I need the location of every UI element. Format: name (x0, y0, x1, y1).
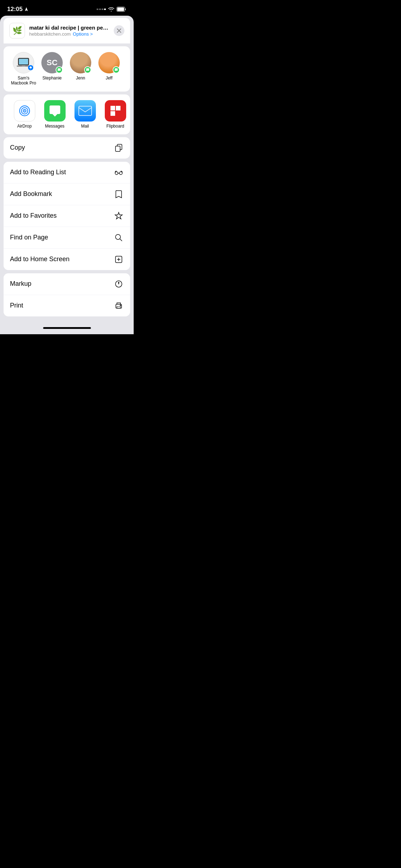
action-label: Add to Reading List (10, 169, 66, 176)
page-title: matar ki dal recipe | green peas d... (29, 25, 109, 31)
message-badge (84, 66, 91, 73)
app-name: AirDrop (17, 124, 32, 129)
avatar-wrap (70, 52, 91, 73)
app-item-flipboard[interactable]: Flipboard (100, 100, 130, 129)
svg-point-19 (115, 172, 118, 175)
person-name: Jeff (106, 76, 112, 81)
time-display: 12:05 (7, 6, 22, 13)
avatar-wrap: SC (41, 52, 63, 73)
domain-text: hebbarskitchen.com (29, 31, 71, 37)
svg-point-7 (30, 68, 31, 69)
message-badge (113, 66, 120, 73)
app-name: Mail (81, 124, 89, 129)
people-row: Sam'sMacbook Pro SC Stephanie Jenn (4, 46, 130, 92)
options-button[interactable]: Options > (73, 31, 93, 37)
avatar-wrap (13, 52, 34, 73)
domain-row: hebbarskitchen.com Options > (29, 31, 109, 37)
svg-point-21 (115, 234, 120, 239)
action-label: Copy (10, 144, 25, 151)
app-item-airdrop[interactable]: AirDrop (9, 100, 40, 129)
app-item-mail[interactable]: Mail (70, 100, 100, 129)
person-item[interactable]: Jenn (66, 52, 95, 86)
status-bar: 12:05 (0, 0, 134, 16)
glasses-icon (114, 167, 124, 177)
messages-icon (44, 100, 66, 122)
person-item[interactable]: Sam'sMacbook Pro (9, 52, 38, 86)
airdrop-icon (14, 100, 35, 122)
message-badge (56, 66, 63, 73)
copy-icon (114, 143, 124, 153)
action-group-tools: Markup Print (4, 273, 130, 316)
markup-icon (114, 279, 124, 289)
star-icon (114, 211, 124, 221)
battery-icon (117, 7, 127, 12)
svg-rect-1 (117, 7, 124, 11)
site-favicon: 🌿 (9, 23, 25, 38)
action-home-screen[interactable]: Add to Home Screen (4, 249, 130, 270)
action-find[interactable]: Find on Page (4, 227, 130, 249)
action-label: Print (10, 302, 23, 309)
signal-icon (97, 9, 106, 10)
action-markup[interactable]: Markup (4, 273, 130, 295)
person-name: Stephanie (42, 76, 62, 81)
action-reading-list[interactable]: Add to Reading List (4, 162, 130, 184)
person-name: Sam'sMacbook Pro (11, 76, 36, 86)
action-label: Markup (10, 280, 31, 288)
status-time: 12:05 (7, 6, 29, 13)
svg-rect-12 (79, 106, 92, 115)
url-text-block: matar ki dal recipe | green peas d... he… (29, 25, 109, 37)
app-item-messages[interactable]: Messages (40, 100, 70, 129)
action-group-copy: Copy (4, 137, 130, 159)
svg-rect-13 (110, 106, 115, 110)
app-name: Flipboard (106, 124, 124, 129)
svg-point-27 (120, 305, 121, 306)
apps-row: AirDrop Messages Mail (4, 94, 130, 134)
avatar-wrap (98, 52, 120, 73)
svg-rect-5 (22, 66, 25, 66)
url-header: 🌿 matar ki dal recipe | green peas d... … (4, 18, 130, 43)
action-bookmark[interactable]: Add Bookmark (4, 184, 130, 205)
svg-point-20 (119, 172, 122, 175)
location-icon (24, 7, 29, 12)
person-item[interactable]: SC Stephanie (38, 52, 66, 86)
avatar (13, 52, 34, 73)
flipboard-icon (105, 100, 126, 122)
print-icon (114, 301, 124, 311)
svg-rect-14 (116, 106, 120, 110)
home-bar (43, 327, 91, 329)
action-copy[interactable]: Copy (4, 137, 130, 159)
status-icons (97, 7, 127, 12)
action-label: Add Bookmark (10, 190, 52, 198)
mail-icon (74, 100, 96, 122)
home-indicator (0, 322, 134, 334)
svg-rect-3 (19, 59, 28, 64)
actions-section: Copy Add to Reading List (4, 137, 130, 319)
svg-point-24 (118, 282, 119, 283)
action-group-list: Add to Reading List Add Bookmark (4, 162, 130, 270)
svg-point-11 (24, 110, 25, 111)
plus-square-icon (114, 254, 124, 264)
wifi-icon (108, 7, 114, 12)
action-print[interactable]: Print (4, 295, 130, 316)
action-label: Add to Home Screen (10, 255, 70, 263)
action-label: Find on Page (10, 234, 48, 241)
svg-rect-15 (110, 111, 115, 116)
close-button[interactable] (114, 25, 124, 36)
svg-rect-18 (115, 146, 120, 151)
search-icon (114, 233, 124, 243)
share-sheet: 🌿 matar ki dal recipe | green peas d... … (0, 16, 134, 334)
book-icon (114, 189, 124, 199)
person-item[interactable]: Jeff (95, 52, 123, 86)
action-favorites[interactable]: Add to Favorites (4, 205, 130, 227)
app-name: Messages (45, 124, 65, 129)
person-name: Jenn (76, 76, 85, 81)
action-label: Add to Favorites (10, 212, 57, 219)
